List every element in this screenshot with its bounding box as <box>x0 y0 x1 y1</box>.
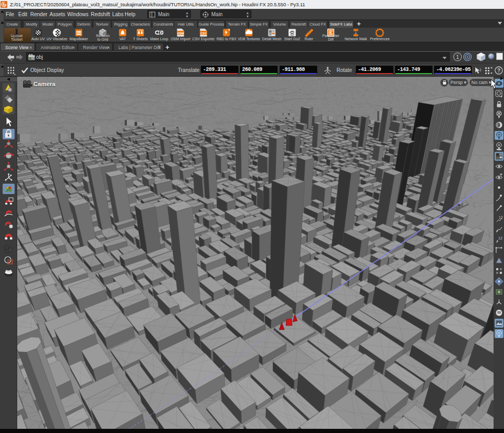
svg-text:12: 12 <box>499 215 503 219</box>
svg-text:12: 12 <box>498 236 502 240</box>
svg-text:1: 1 <box>456 54 459 60</box>
svg-text:CSV: CSV <box>200 32 207 35</box>
svg-text:OSM: OSM <box>177 32 184 35</box>
svg-text:?: ? <box>497 68 500 74</box>
